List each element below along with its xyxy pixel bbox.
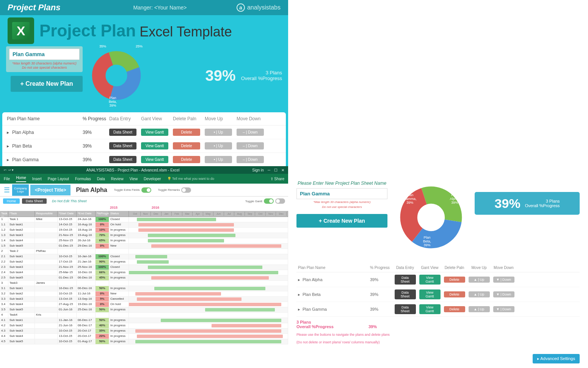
gantt-row[interactable]: 2.4Sub task4 25-Mar-1516-Dec-16 66%In pr… bbox=[0, 270, 288, 275]
max-icon[interactable]: ☐ bbox=[274, 168, 278, 172]
datasheet-button[interactable]: Data Sheet bbox=[395, 275, 416, 285]
min-icon[interactable]: ─ bbox=[268, 168, 270, 172]
delete-button[interactable]: Delete bbox=[444, 277, 465, 283]
delete-button[interactable]: Delete bbox=[444, 306, 465, 312]
table-row: ▸Plan Beta 39% Data Sheet View Gantt Del… bbox=[2, 139, 286, 153]
move-down-button[interactable]: – | Down bbox=[237, 142, 264, 149]
view-gantt-button[interactable]: View Gantt bbox=[141, 142, 168, 149]
datasheet-button[interactable]: Data Sheet bbox=[109, 156, 136, 163]
datasheet-button[interactable]: Data Sheet bbox=[395, 289, 416, 299]
gantt-row[interactable]: 3.5Sub task5 01-Jun-1625-Dec-16 50%In pr… bbox=[0, 307, 288, 313]
plan-name-input[interactable] bbox=[296, 188, 387, 199]
view-gantt-button[interactable]: View Gantt bbox=[141, 156, 168, 163]
gantt-row[interactable]: 4.5Sub task5 10-Oct-1501-Aug-17 50%In pr… bbox=[0, 339, 288, 344]
move-up-button[interactable]: • | Up bbox=[205, 142, 232, 149]
chevron-right-icon[interactable]: ▸ bbox=[298, 277, 300, 282]
view-gantt-button[interactable]: View Gantt bbox=[141, 129, 168, 136]
hamburger-icon[interactable]: ☰ bbox=[3, 186, 11, 194]
chevron-right-icon[interactable]: ▸ bbox=[7, 143, 9, 149]
gantt-row[interactable]: 2Task 2PNRao bbox=[0, 249, 288, 254]
move-up-button[interactable]: • | Up bbox=[205, 156, 232, 163]
gantt-row[interactable]: 1.2Sub task2 19-Oct-1518-Aug-16 10%In pr… bbox=[0, 228, 288, 233]
datasheet-button[interactable]: Data Sheet bbox=[109, 129, 136, 136]
table-row: ▸Plan Gamma 39% Data Sheet View Gantt De… bbox=[2, 153, 286, 166]
gantt-row[interactable]: 1.5Sub task5 01-Dec-1529-Dec-16 0%New bbox=[0, 244, 288, 249]
gantt-row[interactable]: 1Task 1Mike 13-Oct-1524-Jun-16 100%Close… bbox=[0, 217, 288, 222]
move-up-button[interactable]: ▲ | Up bbox=[469, 306, 490, 312]
move-up-button[interactable]: ▲ | Up bbox=[469, 291, 490, 297]
move-up-button[interactable]: • | Up bbox=[205, 129, 232, 136]
table-row: ▸Plan Beta 39% Data Sheet View Gantt Del… bbox=[296, 287, 580, 302]
datasheet-button[interactable]: Data Sheet bbox=[22, 198, 47, 204]
plans-table-tl: Plan Plan Name % Progress Data Entry Gan… bbox=[2, 112, 286, 166]
gantt-row[interactable]: 3.2Sub task2 10-Oct-1511-Jul-16 0%New bbox=[0, 291, 288, 297]
delete-button[interactable]: Delete bbox=[444, 291, 465, 297]
summary-pct: 39% bbox=[368, 324, 377, 329]
move-up-button[interactable]: ▲ | Up bbox=[469, 277, 490, 283]
qat[interactable]: ⤺ ⤻ ▾ bbox=[4, 168, 14, 172]
project-title[interactable]: <Project Title> bbox=[30, 185, 71, 195]
move-down-button[interactable]: ▼ | Down bbox=[493, 306, 514, 312]
donut-chart-br: PlanGamma,39% PlanAlpha,39% PlanBeta,39% bbox=[395, 181, 467, 254]
share-button[interactable]: ⇪ Share bbox=[270, 177, 284, 181]
gantt-row[interactable]: 2.5Sub task5 01-Dec-1506-Dec-16 45%In pr… bbox=[0, 275, 288, 281]
datasheet-button[interactable]: Data Sheet bbox=[109, 142, 136, 149]
gantt-row[interactable]: 4.4Sub task4 13-Oct-1520-Oct-17 20%In pr… bbox=[0, 334, 288, 339]
view-gantt-button[interactable]: View Gantt bbox=[419, 289, 441, 299]
gantt-row[interactable]: 2.1Sub task1 10-Oct-1516-Jan-16 100%Clos… bbox=[0, 254, 288, 259]
plan-name-input[interactable]: Plan Gamma bbox=[9, 49, 80, 60]
chevron-right-icon[interactable]: ▸ bbox=[7, 130, 9, 135]
move-down-button[interactable]: – | Down bbox=[237, 129, 264, 136]
ribbon-tab[interactable]: Home bbox=[16, 176, 26, 182]
ribbon-tab[interactable]: Data bbox=[97, 177, 105, 181]
gantt-row[interactable]: 4.2Sub task2 21-Jun-1608-Dec-17 40%In pr… bbox=[0, 323, 288, 329]
chevron-right-icon[interactable]: ▸ bbox=[7, 157, 9, 162]
move-down-button[interactable]: – | Down bbox=[237, 156, 264, 163]
signin[interactable]: Sign in bbox=[252, 168, 264, 172]
gantt-row[interactable]: 4.1Sub task1 11-Jan-1606-Dec-17 50%In pr… bbox=[0, 318, 288, 323]
gantt-row[interactable]: 4.3Sub task3 10-Oct-1520-Oct-17 35%In pr… bbox=[0, 329, 288, 334]
gantt-row[interactable]: 1.4Sub task4 25-Nov-1526-Jul-16 65%In pr… bbox=[0, 238, 288, 244]
toggle-remarks[interactable] bbox=[181, 187, 191, 193]
overall-label: Overall %Progress bbox=[525, 203, 560, 208]
ribbon-tab[interactable]: Formulas bbox=[75, 177, 91, 181]
close-icon[interactable]: ✕ bbox=[281, 168, 284, 172]
delete-button[interactable]: Delete bbox=[173, 142, 200, 149]
col-gv: Gant View bbox=[141, 116, 173, 121]
delete-button[interactable]: Delete bbox=[173, 129, 200, 136]
gantt-row[interactable]: 4Task4Kris bbox=[0, 313, 288, 318]
toggle-gantt[interactable] bbox=[264, 198, 274, 204]
move-down-button[interactable]: ▼ | Down bbox=[493, 277, 514, 283]
datasheet-button[interactable]: Data Sheet bbox=[395, 304, 416, 314]
delete-button[interactable]: Delete bbox=[173, 156, 200, 163]
ribbon-tab[interactable]: Page Layout bbox=[48, 177, 69, 181]
tell-me[interactable]: 💡 Tell me what you want to do bbox=[167, 177, 214, 181]
advanced-settings-button[interactable]: ▸ Advanced Settings bbox=[533, 354, 580, 363]
gantt-row[interactable]: 3.4Sub task4 27-Aug-1519-Dec-16 0%On hol… bbox=[0, 302, 288, 307]
chevron-right-icon[interactable]: ▸ bbox=[298, 292, 300, 297]
gantt-row[interactable]: 2.3Sub task3 21-Nov-1525-Nov-16 100%Clos… bbox=[0, 265, 288, 270]
gantt-row[interactable]: 1.1Sub task1 14-Oct-1516-Aug-16 0%On hol… bbox=[0, 222, 288, 228]
gantt-row[interactable]: 2.2Sub task2 17-Oct-1521-Jan-16 90%In pr… bbox=[0, 259, 288, 265]
col-dn: Move Down bbox=[237, 116, 268, 121]
chevron-right-icon[interactable]: ▸ bbox=[298, 307, 300, 312]
view-gantt-button[interactable]: View Gantt bbox=[419, 275, 441, 285]
home-button[interactable]: Home bbox=[3, 198, 20, 204]
create-new-plan-button[interactable]: + Create New Plan bbox=[296, 214, 387, 228]
gantt-row[interactable]: 3.1Sub task1 16-Dec-1506-Dec-16 50%In pr… bbox=[0, 286, 288, 291]
window-title: ANALYSISTABS - Project Plan - Advanced.x… bbox=[86, 168, 180, 172]
view-gantt-button[interactable]: View Gantt bbox=[419, 304, 441, 314]
gantt-row[interactable]: 3.3Sub task3 13-Oct-1513-Sep-16 5%Cancel… bbox=[0, 297, 288, 302]
ribbon-tab[interactable]: Developer bbox=[144, 177, 161, 181]
ribbon-tab[interactable]: View bbox=[130, 177, 138, 181]
logo-row: Project Plan Excel Template bbox=[0, 15, 288, 46]
table-row: ▸Plan Alpha 39% Data Sheet View Gantt De… bbox=[2, 126, 286, 139]
ribbon-tab[interactable]: File bbox=[4, 177, 10, 181]
gantt-row[interactable]: 1.3Sub task3 21-Nov-1519-Aug-16 70%In pr… bbox=[0, 233, 288, 238]
gantt-row[interactable]: 3Task3James bbox=[0, 281, 288, 286]
move-down-button[interactable]: ▼ | Down bbox=[493, 291, 514, 297]
ribbon-tab[interactable]: Insert bbox=[32, 177, 42, 181]
create-new-plan-button[interactable]: + Create New Plan bbox=[11, 76, 83, 92]
ribbon-tab[interactable]: Review bbox=[111, 177, 124, 181]
toggle-extra-fields[interactable] bbox=[141, 187, 151, 193]
